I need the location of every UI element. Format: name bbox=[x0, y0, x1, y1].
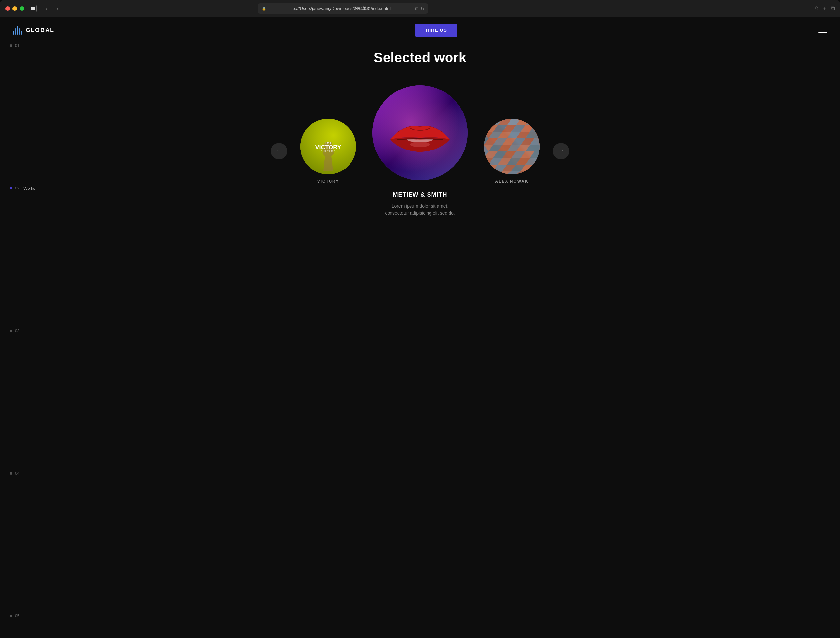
maximize-button[interactable] bbox=[20, 6, 24, 11]
site-header: GLOBAL HIRE US bbox=[0, 17, 840, 43]
security-icon: 🔒 bbox=[262, 6, 266, 11]
carousel-item-alex[interactable]: ALEX NOWAK bbox=[484, 119, 540, 183]
logo-bar-2 bbox=[15, 28, 16, 35]
nav-item-01[interactable]: 01 bbox=[10, 43, 35, 48]
featured-title: METIEW & SMITH bbox=[385, 191, 455, 198]
forward-button[interactable]: › bbox=[53, 5, 62, 12]
ham-line-2 bbox=[818, 30, 827, 30]
carousel-prev-button[interactable]: ← bbox=[271, 143, 287, 160]
url-text: file:///Users/janewang/Downloads/网站单页/in… bbox=[269, 6, 412, 11]
reload-icon[interactable]: ↻ bbox=[421, 6, 424, 11]
side-navigation: 01 02 Works 03 04 05 bbox=[10, 17, 35, 638]
minimize-button[interactable] bbox=[13, 6, 17, 11]
traffic-lights bbox=[5, 6, 24, 11]
featured-desc-line1: Lorem ipsum dolor sit amet, bbox=[385, 202, 455, 210]
carousel: ← THE VICTORY CULTURE VICTORY bbox=[0, 85, 840, 217]
nav-item-05[interactable]: 05 bbox=[10, 614, 35, 618]
nav-number-04: 04 bbox=[15, 471, 19, 476]
carousel-items: THE VICTORY CULTURE VICTORY bbox=[300, 85, 540, 217]
svg-marker-8 bbox=[484, 125, 488, 132]
lips-circle bbox=[373, 85, 467, 180]
lips-svg bbox=[387, 117, 453, 153]
svg-marker-2 bbox=[484, 119, 493, 125]
logo-text: GLOBAL bbox=[25, 27, 54, 34]
svg-marker-54 bbox=[484, 171, 493, 174]
svg-marker-47 bbox=[484, 164, 488, 171]
alex-label: ALEX NOWAK bbox=[495, 179, 528, 183]
share-icon[interactable]: ⎙ bbox=[815, 5, 818, 12]
alex-pattern-svg bbox=[484, 119, 540, 174]
nav-number-03: 03 bbox=[15, 329, 19, 333]
nav-number-01: 01 bbox=[15, 43, 19, 48]
tabs-icon[interactable]: ⧉ bbox=[831, 5, 835, 12]
svg-marker-59 bbox=[525, 171, 540, 174]
svg-marker-7 bbox=[525, 119, 540, 125]
ham-line-1 bbox=[818, 28, 827, 28]
alex-circle bbox=[484, 119, 540, 174]
nav-item-03[interactable]: 03 bbox=[10, 329, 35, 333]
reader-icon: ⊞ bbox=[415, 6, 419, 11]
featured-desc-line2: consectetur adipisicing elit sed do. bbox=[385, 210, 455, 217]
nav-label-02: Works bbox=[23, 186, 35, 191]
main-content: Selected work ← THE VICTORY CULTURE VICT… bbox=[0, 43, 840, 217]
ham-line-3 bbox=[818, 32, 827, 33]
nav-dot-04 bbox=[10, 472, 13, 475]
carousel-item-metiew[interactable]: METIEW & SMITH Lorem ipsum dolor sit ame… bbox=[373, 85, 467, 217]
logo-icon bbox=[13, 25, 22, 35]
victory-text-overlay: THE VICTORY CULTURE bbox=[315, 141, 341, 152]
carousel-next-button[interactable]: → bbox=[553, 143, 569, 160]
logo-bar-4 bbox=[19, 28, 21, 35]
nav-item-02[interactable]: 02 Works bbox=[10, 186, 35, 191]
nav-dot-02 bbox=[10, 187, 13, 190]
svg-marker-55 bbox=[488, 171, 502, 174]
svg-point-0 bbox=[410, 142, 430, 147]
close-button[interactable] bbox=[5, 6, 10, 11]
nav-dot-05 bbox=[10, 615, 13, 617]
address-bar[interactable]: 🔒 file:///Users/janewang/Downloads/网站单页/… bbox=[258, 3, 428, 14]
nav-dot-01 bbox=[10, 44, 13, 47]
carousel-item-victory[interactable]: THE VICTORY CULTURE VICTORY bbox=[300, 119, 356, 183]
address-actions: ⊞ ↻ bbox=[415, 6, 424, 11]
new-tab-icon[interactable]: ＋ bbox=[822, 5, 827, 12]
logo-bar-5 bbox=[21, 31, 22, 35]
section-title: Selected work bbox=[374, 50, 466, 66]
browser-chrome: ⬜ ‹ › 🔒 file:///Users/janewang/Downloads… bbox=[0, 0, 840, 17]
logo[interactable]: GLOBAL bbox=[13, 25, 54, 35]
browser-controls: ‹ › bbox=[42, 5, 62, 12]
nav-item-04[interactable]: 04 bbox=[10, 471, 35, 476]
logo-bar-3 bbox=[17, 25, 18, 35]
nav-dot-03 bbox=[10, 330, 13, 332]
nav-number-05: 05 bbox=[15, 614, 19, 618]
featured-info: METIEW & SMITH Lorem ipsum dolor sit ame… bbox=[385, 191, 455, 217]
logo-bar-1 bbox=[13, 31, 14, 35]
nav-number-02: 02 bbox=[15, 186, 19, 191]
back-button[interactable]: ‹ bbox=[42, 5, 51, 12]
victory-circle: THE VICTORY CULTURE bbox=[300, 119, 356, 174]
victory-label: VICTORY bbox=[317, 179, 339, 183]
hire-us-button[interactable]: HIRE US bbox=[415, 24, 457, 37]
hamburger-menu[interactable] bbox=[818, 28, 827, 33]
website-container: GLOBAL HIRE US 01 02 Works 03 04 bbox=[0, 17, 840, 638]
browser-actions: ⎙ ＋ ⧉ bbox=[815, 5, 835, 12]
sidebar-toggle[interactable]: ⬜ bbox=[30, 5, 37, 12]
